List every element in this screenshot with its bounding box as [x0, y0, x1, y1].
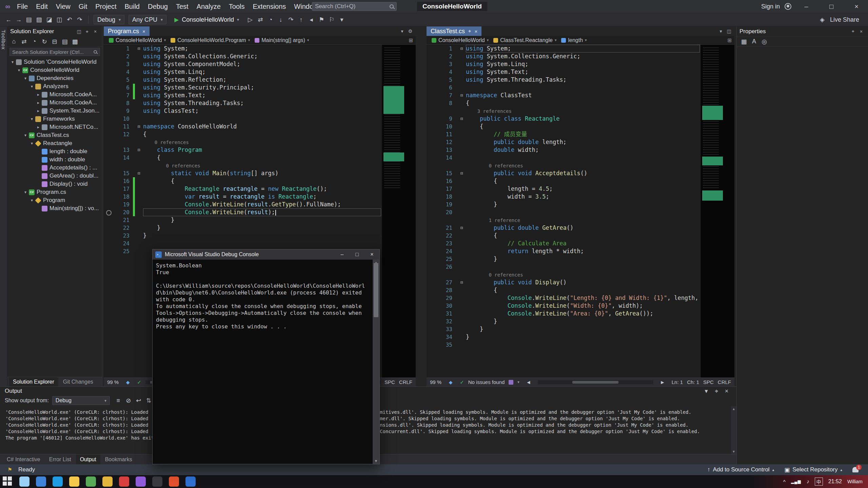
codelens-row[interactable]: 1 reference	[427, 216, 734, 224]
app-purple[interactable]	[136, 476, 146, 487]
code-line[interactable]: 4using System.Linq;	[104, 68, 416, 76]
code-line[interactable]: 30 Console.WriteLine("Width: {0}", width…	[427, 302, 734, 310]
collapsed-arrow-icon[interactable]: ▸	[35, 125, 41, 129]
browser-blue[interactable]	[53, 476, 63, 487]
codelens-row[interactable]: 0 references	[427, 271, 734, 279]
code-line[interactable]: 21⊟ public double GetArea()	[427, 224, 734, 232]
codelens-references[interactable]: 3 references	[466, 108, 512, 114]
save-icon[interactable]: ◪	[44, 15, 54, 25]
tray-expand-icon[interactable]: ^	[783, 479, 786, 485]
tree-item[interactable]: ▾Dependencies	[7, 74, 102, 82]
codelens-references[interactable]: 1 reference	[466, 218, 520, 223]
code-line[interactable]: 12 public double length;	[427, 138, 734, 146]
collapsed-arrow-icon[interactable]: ▸	[35, 108, 41, 113]
codelens-references[interactable]: 0 references	[466, 272, 523, 278]
ime-language-indicator[interactable]: 中	[815, 477, 823, 486]
redo-icon[interactable]: ↷	[75, 15, 85, 25]
tree-item[interactable]: ▸Microsoft.NETCo...	[7, 123, 102, 131]
expanded-arrow-icon[interactable]: ▾	[22, 190, 28, 195]
code-line[interactable]: 5using System.Reflection;	[104, 76, 416, 84]
save-all-icon[interactable]: ◫	[54, 15, 64, 25]
tree-item[interactable]: Main(string[]) : vo...	[7, 204, 102, 212]
fold-collapse-icon[interactable]: ⊟	[458, 115, 466, 123]
tree-item[interactable]: ▾Frameworks	[7, 115, 102, 123]
code-line[interactable]: 19 }	[427, 201, 734, 208]
tree-item[interactable]: GetArea() : doubl...	[7, 172, 102, 180]
code-line[interactable]: 28 {	[427, 286, 734, 294]
code-line[interactable]: 7using System.Text;	[104, 92, 416, 99]
horizontal-scrollbar[interactable]	[538, 380, 653, 384]
microsoft-store[interactable]	[102, 476, 113, 487]
tree-item[interactable]: Acceptdetails() : ...	[7, 164, 102, 172]
pin-icon[interactable]: ⌖	[849, 27, 857, 36]
code-line[interactable]: 27⊟ public void Display()	[427, 279, 734, 286]
output-source-dropdown[interactable]: Debug ▾	[52, 396, 110, 405]
code-line[interactable]: 4using System.Text;	[427, 68, 734, 76]
quick-actions-icon[interactable]	[104, 208, 114, 216]
pin-icon[interactable]: ⌖	[468, 28, 471, 34]
home-icon[interactable]: ⌂	[9, 37, 19, 47]
maximize-button[interactable]: □	[350, 249, 364, 260]
tree-item[interactable]: ▾Program	[7, 196, 102, 204]
menu-item-debug[interactable]: Debug	[144, 0, 172, 13]
open-file-icon[interactable]: ▧	[34, 15, 44, 25]
document-dropdown-icon[interactable]: ▾	[717, 27, 725, 35]
code-line[interactable]: 20	[427, 208, 734, 216]
notifications-button[interactable]: 1	[852, 467, 859, 472]
code-line[interactable]: 2using System.Collections.Generic;	[104, 53, 416, 60]
codelens-row[interactable]: 0 references	[104, 138, 416, 146]
expanded-arrow-icon[interactable]: ▾	[16, 68, 22, 73]
codelens-row[interactable]: 0 references	[427, 162, 734, 169]
fold-collapse-icon[interactable]: ⊟	[458, 279, 466, 286]
tree-item[interactable]: ▾Reactangle	[7, 139, 102, 147]
menu-item-test[interactable]: Test	[172, 0, 193, 13]
code-line[interactable]: 16 {	[427, 177, 734, 185]
breadcrumb-item[interactable]: ConsoleHelloWorld▾	[106, 37, 168, 43]
code-line[interactable]: 18 width = 3.5;	[427, 193, 734, 201]
line-ending-indicator[interactable]: CRLF	[399, 379, 412, 385]
tree-item[interactable]: width : double	[7, 156, 102, 164]
menu-item-build[interactable]: Build	[121, 0, 144, 13]
code-line[interactable]: 14	[427, 154, 734, 162]
indentation-indicator[interactable]: SPC	[384, 379, 395, 385]
start-debugging-button[interactable]: ▶ ConsoleHelloWorld ▾	[171, 15, 242, 25]
minimap-scrollbar[interactable]	[382, 45, 416, 378]
code-line[interactable]: 33 }	[427, 325, 734, 333]
tree-item[interactable]: ▾C#Program.cs	[7, 188, 102, 196]
code-line[interactable]: 21 }	[104, 216, 416, 224]
file-explorer[interactable]	[69, 476, 79, 487]
code-line[interactable]: 22 }	[104, 224, 416, 232]
code-line[interactable]: 25 }	[427, 255, 734, 263]
live-share-button[interactable]: ◈ Live Share	[817, 15, 865, 25]
scrollbar-thumb[interactable]	[374, 263, 378, 317]
breadcrumb-item[interactable]: ConsoleHelloWorld.Program▾	[168, 37, 252, 43]
console-titlebar[interactable]: >_ Microsoft Visual Studio Debug Console…	[153, 249, 379, 260]
minimize-button[interactable]: –	[335, 249, 350, 260]
step-into-icon[interactable]: ↓	[276, 15, 286, 25]
code-line[interactable]: 14 {	[104, 154, 416, 162]
breadcrumb-item[interactable]: ConsoleHelloWorld▾	[429, 37, 491, 43]
code-line[interactable]: 34}	[427, 333, 734, 341]
start-without-debugging-icon[interactable]: ▷	[245, 15, 255, 25]
toolbox-panel-tab[interactable]: Toolbox	[0, 26, 7, 386]
nav-forward-icon[interactable]: →	[14, 15, 24, 25]
zoom-level[interactable]: 99 %	[430, 379, 441, 385]
search-input[interactable]: Search (Ctrl+Q)	[312, 2, 397, 11]
pin-icon[interactable]: ⌖	[711, 386, 722, 396]
code-line[interactable]: 13 double width;	[427, 146, 734, 154]
word-wrap-icon[interactable]: ↩	[134, 395, 144, 406]
pending-changes-icon[interactable]: ◔	[29, 37, 39, 47]
switch-views-icon[interactable]: ⇄	[19, 37, 29, 47]
code-line[interactable]: 12{	[104, 130, 416, 138]
close-button[interactable]: ×	[364, 249, 379, 260]
bookmark-icon[interactable]: ⚑	[316, 15, 327, 25]
menu-item-tools[interactable]: Tools	[225, 0, 249, 13]
expanded-arrow-icon[interactable]: ▾	[29, 198, 35, 203]
minimap-scrollbar[interactable]	[701, 45, 734, 378]
expanded-arrow-icon[interactable]: ▾	[22, 133, 28, 138]
fold-collapse-icon[interactable]: ⊟	[458, 224, 466, 232]
clock[interactable]: 21:52	[828, 479, 842, 485]
code-line[interactable]: 11 // 成员变量	[427, 130, 734, 138]
code-cleanup-icon[interactable]	[509, 380, 513, 385]
app-red[interactable]	[119, 476, 129, 487]
